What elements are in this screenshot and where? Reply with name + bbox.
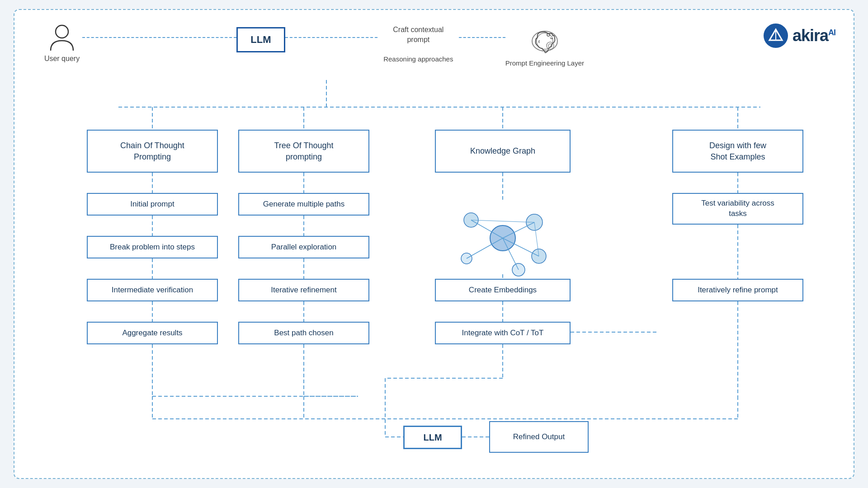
col1-item1: Initial prompt (87, 193, 218, 216)
col2-item4: Best path chosen (238, 322, 369, 344)
col2-item1: Generate multiple paths (238, 193, 369, 216)
refined-output-box: Refined Output (489, 421, 589, 453)
svg-line-54 (471, 220, 534, 222)
svg-point-6 (547, 42, 554, 49)
svg-point-2 (56, 25, 68, 38)
kg-graphic-area (435, 197, 571, 279)
elephant-area: Prompt Engineering Layer (505, 25, 584, 67)
user-icon-area: User query (42, 23, 82, 63)
main-container: akiraAI User query LLM Craft contextual … (14, 9, 854, 479)
col4-item2: Iteratively refine prompt (672, 279, 803, 301)
col4-header: Design with few Shot Examples (672, 130, 803, 173)
reasoning-label: Reasoning approaches (383, 55, 453, 63)
col4-item1: Test variability across tasks (672, 193, 803, 225)
prompt-eng-label: Prompt Engineering Layer (505, 59, 584, 67)
user-icon (48, 23, 75, 52)
col1-header: Chain Of Thought Prompting (87, 130, 218, 173)
user-to-llm-line (82, 37, 236, 38)
col2-item3: Iterative refinement (238, 279, 369, 301)
craft-label: Craft contextual prompt (393, 25, 443, 45)
col3-item2: Integrate with CoT / ToT (435, 322, 571, 344)
llm-bottom-box: LLM (403, 426, 462, 449)
col1-item4: Aggregate results (87, 322, 218, 344)
craft-area: Craft contextual prompt Reasoning approa… (377, 25, 459, 63)
llm-top-box: LLM (236, 27, 285, 52)
col1-item3: Intermediate verification (87, 279, 218, 301)
col2-header: Tree Of Thought prompting (238, 130, 369, 173)
user-label: User query (44, 55, 80, 63)
logo-text: akiraAI (793, 26, 835, 45)
col3-header: Knowledge Graph (435, 130, 571, 173)
logo-area: akiraAI (764, 23, 835, 48)
elephant-icon (528, 25, 561, 57)
col1-item2: Break problem into steps (87, 236, 218, 258)
col3-item1: Create Embeddings (435, 279, 571, 301)
knowledge-graph-visual (435, 197, 571, 279)
craft-to-elephant-line (459, 37, 505, 38)
flow-area: Chain Of Thought Prompting Initial promp… (42, 80, 837, 473)
logo-icon (764, 23, 788, 48)
col2-item2: Parallel exploration (238, 236, 369, 258)
llm-to-craft-line (285, 37, 378, 38)
